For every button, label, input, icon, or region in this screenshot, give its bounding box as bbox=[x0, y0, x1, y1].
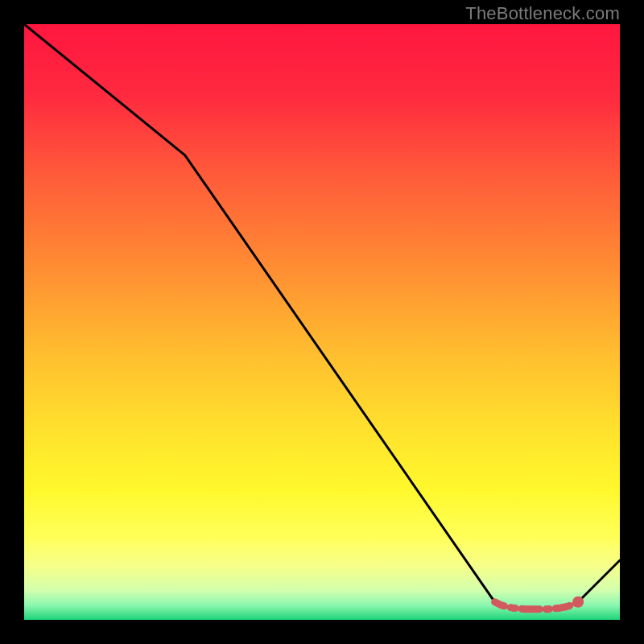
bottleneck-chart bbox=[24, 24, 620, 620]
optimal-point-marker bbox=[572, 597, 584, 608]
plot-area bbox=[24, 24, 620, 620]
watermark-label: TheBottleneck.com bbox=[465, 3, 620, 24]
gradient-background bbox=[24, 24, 620, 620]
chart-frame: TheBottleneck.com bbox=[0, 0, 644, 644]
